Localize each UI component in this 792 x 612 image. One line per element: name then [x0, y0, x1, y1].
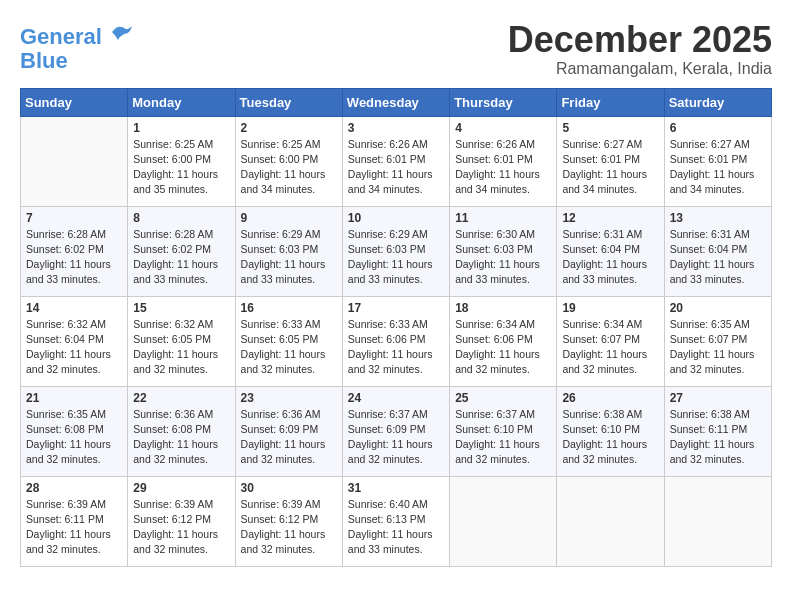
logo-blue-text: Blue: [20, 49, 134, 73]
day-info: Sunrise: 6:37 AMSunset: 6:10 PMDaylight:…: [455, 407, 551, 468]
day-number: 3: [348, 121, 444, 135]
day-number: 8: [133, 211, 229, 225]
logo: General Blue: [20, 20, 134, 73]
day-info: Sunrise: 6:38 AMSunset: 6:10 PMDaylight:…: [562, 407, 658, 468]
day-number: 11: [455, 211, 551, 225]
day-number: 29: [133, 481, 229, 495]
weekday-header-saturday: Saturday: [664, 88, 771, 116]
calendar-cell: 21 Sunrise: 6:35 AMSunset: 6:08 PMDaylig…: [21, 386, 128, 476]
day-number: 30: [241, 481, 337, 495]
day-info: Sunrise: 6:29 AMSunset: 6:03 PMDaylight:…: [241, 227, 337, 288]
calendar-cell: 30 Sunrise: 6:39 AMSunset: 6:12 PMDaylig…: [235, 476, 342, 566]
week-row-2: 7 Sunrise: 6:28 AMSunset: 6:02 PMDayligh…: [21, 206, 772, 296]
calendar-cell: 3 Sunrise: 6:26 AMSunset: 6:01 PMDayligh…: [342, 116, 449, 206]
month-title: December 2025: [508, 20, 772, 60]
day-info: Sunrise: 6:25 AMSunset: 6:00 PMDaylight:…: [133, 137, 229, 198]
day-number: 16: [241, 301, 337, 315]
title-block: December 2025 Ramamangalam, Kerala, Indi…: [508, 20, 772, 78]
day-info: Sunrise: 6:32 AMSunset: 6:05 PMDaylight:…: [133, 317, 229, 378]
calendar-cell: 2 Sunrise: 6:25 AMSunset: 6:00 PMDayligh…: [235, 116, 342, 206]
calendar-cell: 28 Sunrise: 6:39 AMSunset: 6:11 PMDaylig…: [21, 476, 128, 566]
calendar-table: SundayMondayTuesdayWednesdayThursdayFrid…: [20, 88, 772, 567]
day-info: Sunrise: 6:27 AMSunset: 6:01 PMDaylight:…: [670, 137, 766, 198]
calendar-cell: 13 Sunrise: 6:31 AMSunset: 6:04 PMDaylig…: [664, 206, 771, 296]
day-info: Sunrise: 6:28 AMSunset: 6:02 PMDaylight:…: [133, 227, 229, 288]
calendar-cell: 6 Sunrise: 6:27 AMSunset: 6:01 PMDayligh…: [664, 116, 771, 206]
weekday-header-thursday: Thursday: [450, 88, 557, 116]
day-info: Sunrise: 6:31 AMSunset: 6:04 PMDaylight:…: [562, 227, 658, 288]
day-info: Sunrise: 6:26 AMSunset: 6:01 PMDaylight:…: [348, 137, 444, 198]
day-number: 14: [26, 301, 122, 315]
calendar-cell: 7 Sunrise: 6:28 AMSunset: 6:02 PMDayligh…: [21, 206, 128, 296]
day-info: Sunrise: 6:26 AMSunset: 6:01 PMDaylight:…: [455, 137, 551, 198]
day-info: Sunrise: 6:30 AMSunset: 6:03 PMDaylight:…: [455, 227, 551, 288]
day-number: 22: [133, 391, 229, 405]
day-info: Sunrise: 6:39 AMSunset: 6:12 PMDaylight:…: [133, 497, 229, 558]
week-row-3: 14 Sunrise: 6:32 AMSunset: 6:04 PMDaylig…: [21, 296, 772, 386]
calendar-cell: 5 Sunrise: 6:27 AMSunset: 6:01 PMDayligh…: [557, 116, 664, 206]
day-number: 5: [562, 121, 658, 135]
day-number: 9: [241, 211, 337, 225]
weekday-header-wednesday: Wednesday: [342, 88, 449, 116]
day-number: 31: [348, 481, 444, 495]
day-info: Sunrise: 6:27 AMSunset: 6:01 PMDaylight:…: [562, 137, 658, 198]
week-row-4: 21 Sunrise: 6:35 AMSunset: 6:08 PMDaylig…: [21, 386, 772, 476]
logo-bird-icon: [110, 20, 134, 44]
day-info: Sunrise: 6:36 AMSunset: 6:08 PMDaylight:…: [133, 407, 229, 468]
calendar-cell: 25 Sunrise: 6:37 AMSunset: 6:10 PMDaylig…: [450, 386, 557, 476]
calendar-cell: 26 Sunrise: 6:38 AMSunset: 6:10 PMDaylig…: [557, 386, 664, 476]
day-info: Sunrise: 6:29 AMSunset: 6:03 PMDaylight:…: [348, 227, 444, 288]
calendar-cell: 9 Sunrise: 6:29 AMSunset: 6:03 PMDayligh…: [235, 206, 342, 296]
calendar-cell: 19 Sunrise: 6:34 AMSunset: 6:07 PMDaylig…: [557, 296, 664, 386]
calendar-cell: [557, 476, 664, 566]
weekday-header-sunday: Sunday: [21, 88, 128, 116]
calendar-cell: 20 Sunrise: 6:35 AMSunset: 6:07 PMDaylig…: [664, 296, 771, 386]
day-info: Sunrise: 6:32 AMSunset: 6:04 PMDaylight:…: [26, 317, 122, 378]
calendar-cell: 14 Sunrise: 6:32 AMSunset: 6:04 PMDaylig…: [21, 296, 128, 386]
day-info: Sunrise: 6:33 AMSunset: 6:05 PMDaylight:…: [241, 317, 337, 378]
day-info: Sunrise: 6:28 AMSunset: 6:02 PMDaylight:…: [26, 227, 122, 288]
day-number: 21: [26, 391, 122, 405]
day-info: Sunrise: 6:34 AMSunset: 6:07 PMDaylight:…: [562, 317, 658, 378]
week-row-5: 28 Sunrise: 6:39 AMSunset: 6:11 PMDaylig…: [21, 476, 772, 566]
day-number: 12: [562, 211, 658, 225]
calendar-cell: 8 Sunrise: 6:28 AMSunset: 6:02 PMDayligh…: [128, 206, 235, 296]
day-info: Sunrise: 6:38 AMSunset: 6:11 PMDaylight:…: [670, 407, 766, 468]
day-number: 27: [670, 391, 766, 405]
day-number: 17: [348, 301, 444, 315]
day-number: 19: [562, 301, 658, 315]
calendar-cell: 29 Sunrise: 6:39 AMSunset: 6:12 PMDaylig…: [128, 476, 235, 566]
day-info: Sunrise: 6:33 AMSunset: 6:06 PMDaylight:…: [348, 317, 444, 378]
day-info: Sunrise: 6:31 AMSunset: 6:04 PMDaylight:…: [670, 227, 766, 288]
calendar-cell: [21, 116, 128, 206]
calendar-cell: 10 Sunrise: 6:29 AMSunset: 6:03 PMDaylig…: [342, 206, 449, 296]
day-info: Sunrise: 6:36 AMSunset: 6:09 PMDaylight:…: [241, 407, 337, 468]
day-number: 28: [26, 481, 122, 495]
calendar-cell: 4 Sunrise: 6:26 AMSunset: 6:01 PMDayligh…: [450, 116, 557, 206]
calendar-cell: 11 Sunrise: 6:30 AMSunset: 6:03 PMDaylig…: [450, 206, 557, 296]
day-number: 24: [348, 391, 444, 405]
day-info: Sunrise: 6:40 AMSunset: 6:13 PMDaylight:…: [348, 497, 444, 558]
calendar-cell: [664, 476, 771, 566]
calendar-cell: 27 Sunrise: 6:38 AMSunset: 6:11 PMDaylig…: [664, 386, 771, 476]
weekday-header-row: SundayMondayTuesdayWednesdayThursdayFrid…: [21, 88, 772, 116]
weekday-header-friday: Friday: [557, 88, 664, 116]
weekday-header-monday: Monday: [128, 88, 235, 116]
page-header: General Blue December 2025 Ramamangalam,…: [20, 20, 772, 78]
day-number: 1: [133, 121, 229, 135]
day-info: Sunrise: 6:34 AMSunset: 6:06 PMDaylight:…: [455, 317, 551, 378]
day-info: Sunrise: 6:39 AMSunset: 6:12 PMDaylight:…: [241, 497, 337, 558]
day-info: Sunrise: 6:25 AMSunset: 6:00 PMDaylight:…: [241, 137, 337, 198]
day-number: 20: [670, 301, 766, 315]
day-number: 13: [670, 211, 766, 225]
calendar-cell: 24 Sunrise: 6:37 AMSunset: 6:09 PMDaylig…: [342, 386, 449, 476]
calendar-cell: [450, 476, 557, 566]
calendar-cell: 1 Sunrise: 6:25 AMSunset: 6:00 PMDayligh…: [128, 116, 235, 206]
day-number: 15: [133, 301, 229, 315]
day-info: Sunrise: 6:39 AMSunset: 6:11 PMDaylight:…: [26, 497, 122, 558]
weekday-header-tuesday: Tuesday: [235, 88, 342, 116]
calendar-cell: 15 Sunrise: 6:32 AMSunset: 6:05 PMDaylig…: [128, 296, 235, 386]
day-number: 23: [241, 391, 337, 405]
calendar-cell: 17 Sunrise: 6:33 AMSunset: 6:06 PMDaylig…: [342, 296, 449, 386]
week-row-1: 1 Sunrise: 6:25 AMSunset: 6:00 PMDayligh…: [21, 116, 772, 206]
